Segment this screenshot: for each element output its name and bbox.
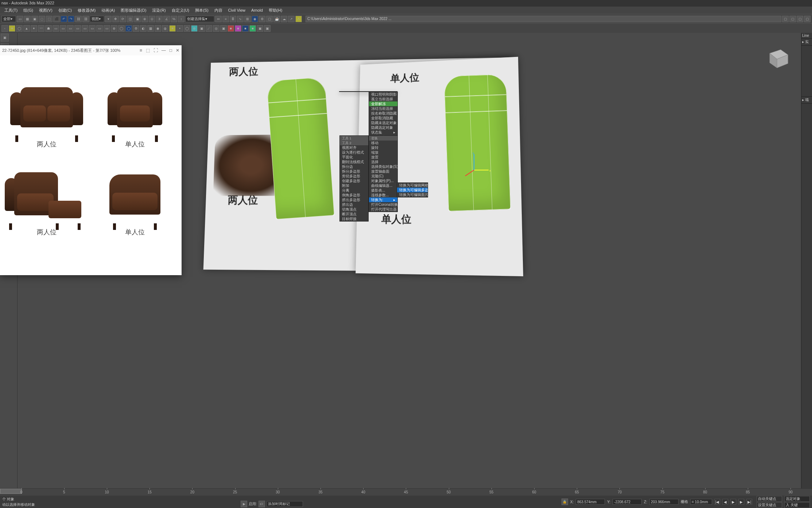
viewcube[interactable] — [762, 42, 792, 72]
cm-corona[interactable]: 打开Corona转换器 — [369, 202, 397, 207]
poly-model-arm-right[interactable] — [444, 74, 511, 211]
matlib-icon[interactable]: ◉ — [252, 16, 258, 22]
sphere-icon[interactable]: ◯ — [184, 25, 190, 32]
render-fb-icon[interactable]: ▢ — [266, 16, 273, 22]
cm-r-4[interactable]: 选择 — [369, 159, 397, 164]
crossing-icon[interactable]: ▦ — [24, 16, 31, 22]
cm-statesets[interactable]: 状态集 — [369, 130, 397, 135]
tick-85[interactable]: 85 — [726, 490, 769, 494]
anglesnap-icon[interactable]: ∠ — [163, 16, 170, 22]
project-path[interactable]: C:\Users\Administrator\Documents\3ds Max… — [306, 16, 781, 22]
tick-10[interactable]: 10 — [85, 490, 128, 494]
tick-45[interactable]: 45 — [385, 490, 427, 494]
iv-menu-icon[interactable]: ≡ — [140, 48, 142, 53]
workspace2-icon[interactable]: ▢ — [789, 16, 796, 22]
cm-l-14[interactable]: 切角顶点 — [340, 207, 368, 212]
menu-tools[interactable]: 工具(T) — [2, 8, 20, 13]
cm-r-2[interactable]: 缩放 — [369, 150, 397, 155]
shape-icon[interactable]: ◯ — [16, 25, 23, 32]
menu-animation[interactable]: 动画(A) — [99, 8, 117, 13]
bone-icon[interactable]: ☗ — [45, 25, 52, 32]
selobj-field[interactable]: 选定对象 — [784, 496, 810, 502]
panel-sec2[interactable]: ▸ 塌 — [801, 97, 812, 104]
dock-a-icon[interactable]: ▣ — [1, 34, 9, 42]
named-sel-icon[interactable]: ▾ — [105, 16, 112, 22]
iv-fullscreen-icon[interactable]: ⛶ — [154, 48, 158, 53]
tick-70[interactable]: 70 — [598, 490, 641, 494]
cm-hide-unsel[interactable]: 隐藏未选定对象 — [369, 120, 397, 125]
align-icon[interactable]: ≡ — [222, 16, 229, 22]
cm-l-12[interactable]: 挤出多边形 — [340, 197, 368, 202]
coord-x-field[interactable]: 863.574mm — [576, 499, 605, 505]
t2-i-icon[interactable]: ⊕ — [111, 25, 117, 32]
view-dropdown[interactable]: 视图 ▾ — [90, 16, 104, 22]
t2-p-icon[interactable]: ◍ — [162, 25, 168, 32]
cm-l-13[interactable]: 挤出边 — [340, 202, 368, 207]
cm-l-11[interactable]: 倒角多边形 — [340, 193, 368, 197]
keyfilter-field[interactable]: 入 关键 — [784, 502, 810, 508]
schematic-icon[interactable]: ⊞ — [244, 16, 251, 22]
paint-icon[interactable]: ⬛ — [53, 16, 60, 22]
tick-30[interactable]: 30 — [256, 490, 299, 494]
transform-gizmo[interactable]: x z — [463, 152, 492, 181]
cm-l-9[interactable]: 附加 — [340, 183, 368, 188]
cm-r-10[interactable]: 摄影表... — [369, 188, 397, 193]
refcoord-icon[interactable]: ⊕ — [141, 16, 148, 22]
cm-r-7[interactable]: 克隆(C) — [369, 174, 397, 178]
workspace1-icon[interactable]: ▢ — [782, 16, 789, 22]
menu-group[interactable]: 组(G) — [21, 8, 35, 13]
cm-hide-sel[interactable]: 隐藏选定对象 — [369, 125, 397, 130]
selset-dropdown[interactable]: 创建选择集 ▾ — [185, 16, 214, 22]
tick-25[interactable]: 25 — [214, 490, 256, 494]
t2-grn-icon[interactable]: ■ — [249, 25, 256, 32]
online-icon[interactable]: ☁ — [281, 16, 287, 22]
cm-l-10[interactable]: 分离 — [340, 188, 368, 193]
tick-0[interactable]: 0 — [0, 490, 43, 494]
fence-icon[interactable]: ⬚ — [46, 16, 53, 22]
t2-r-icon[interactable]: ▣ — [220, 25, 227, 32]
menu-render[interactable]: 渲染(R) — [150, 8, 168, 13]
t2-c-icon[interactable]: ▭ — [67, 25, 74, 32]
quad-menu[interactable]: 视口照明和阴影 孤立当前选择 全部解冻 冻结当前选择 按名称取消隐藏 全部取消隐… — [339, 91, 397, 92]
t2-a-icon[interactable]: ▭ — [53, 25, 59, 32]
next-frame-icon[interactable]: ▶ — [738, 499, 744, 505]
snap3d-icon[interactable]: 3 — [156, 16, 163, 22]
cm-r-9[interactable]: 曲线编辑器... — [369, 183, 397, 188]
cm-r-5[interactable]: 选择类似对象(S) — [369, 164, 397, 169]
t2-o-icon[interactable]: ◉ — [155, 25, 161, 32]
cm-l-5[interactable]: 拆分多边形 — [340, 169, 368, 174]
goto-start-icon[interactable]: |◀ — [714, 499, 720, 505]
lamp-icon[interactable]: ☄ — [206, 25, 212, 32]
cm-l-6[interactable]: 剪切多边形 — [340, 174, 368, 178]
dot-icon[interactable]: • — [176, 25, 183, 32]
lights-icon[interactable]: ☀ — [9, 25, 15, 32]
undo-icon[interactable]: ↶ — [61, 16, 67, 22]
menu-script[interactable]: 脚本(S) — [193, 8, 211, 13]
lock-icon[interactable]: 🔒 — [562, 499, 568, 505]
goto-end-icon[interactable]: ▶| — [746, 499, 752, 505]
move-icon[interactable]: ✥ — [112, 16, 119, 22]
cm-l-0[interactable]: 视图对齐 — [340, 145, 368, 150]
menu-view[interactable]: 视图(V) — [37, 8, 55, 13]
lasso-icon[interactable]: ◌ — [39, 16, 45, 22]
cm-l-8[interactable]: 创建多边形 — [340, 178, 368, 183]
menu-help[interactable]: 帮助(H) — [267, 8, 284, 13]
cm-l-1[interactable]: 设为逐行模式 — [340, 150, 368, 155]
panel-sec1[interactable]: ▸ 实 — [801, 39, 812, 46]
cm-viewport-light[interactable]: 视口照明和阴影 — [369, 92, 397, 97]
cm-unfreeze-all[interactable]: 全部解冻 — [369, 101, 397, 106]
menu-content[interactable]: 内容 — [212, 8, 225, 13]
tick-65[interactable]: 65 — [556, 490, 598, 494]
select-icon[interactable]: ▭ — [17, 16, 23, 22]
tick-50[interactable]: 50 — [427, 490, 470, 494]
timetag-field[interactable]: 添加时间标记 — [267, 501, 303, 507]
tick-60[interactable]: 60 — [513, 490, 555, 494]
cm-convert-to[interactable]: 转换为: — [369, 197, 397, 202]
command-panel[interactable]: Line ▸ 实 ▸ 塌 — [801, 33, 812, 490]
menu-grapheditor[interactable]: 图形编辑器(D) — [119, 8, 148, 13]
layer-icon[interactable]: ≣ — [230, 16, 236, 22]
menu-customize[interactable]: 自定义(U) — [170, 8, 191, 13]
t2-red-icon[interactable]: ■ — [228, 25, 234, 32]
link-icon[interactable]: ⛓ — [75, 16, 82, 22]
tick-55[interactable]: 55 — [470, 490, 513, 494]
